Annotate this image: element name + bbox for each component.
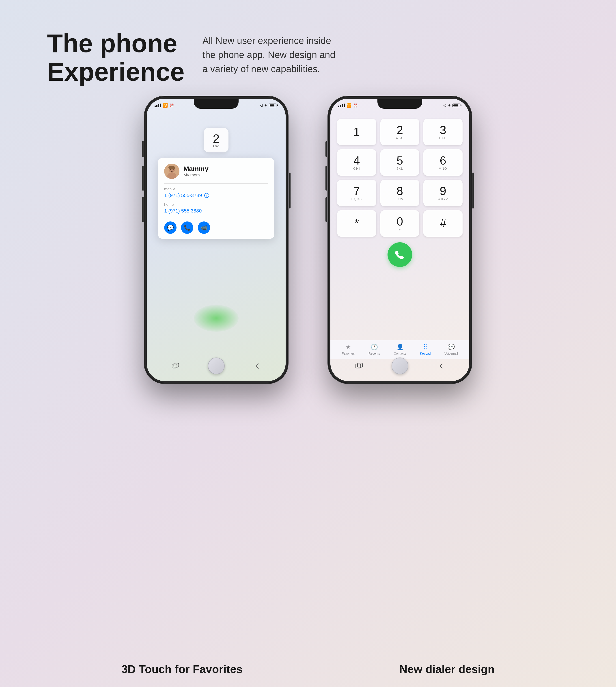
key-star[interactable]: * <box>337 210 376 237</box>
keypad-grid: 1 2 ABC 3 DFE 4 GHI <box>337 119 463 237</box>
svg-rect-8 <box>356 364 361 368</box>
key-number: 2 <box>213 132 220 145</box>
tab-favorites[interactable]: ★ Favorites <box>342 344 355 355</box>
back-button[interactable] <box>250 359 264 373</box>
mute-button-2 <box>326 141 327 157</box>
multitask-button[interactable] <box>169 359 182 373</box>
contacts-label: Contacts <box>394 352 406 355</box>
info-icon[interactable]: i <box>204 193 209 198</box>
key-9[interactable]: 9 WXYZ <box>423 180 463 206</box>
status-left-1: 🛜 ⏰ <box>155 103 174 108</box>
volume-down-button <box>142 197 144 222</box>
key-letters: ABC <box>213 145 220 148</box>
bluetooth-icon-2: ✦ <box>448 103 451 108</box>
voicemail-label: Voicemail <box>444 352 458 355</box>
svg-point-5 <box>169 166 175 169</box>
contact-card: Mammy My mom mobile 1 (971) 555-3789 i h… <box>158 158 274 239</box>
call-green-button[interactable] <box>388 242 412 267</box>
title-line1: The phone <box>47 29 177 58</box>
svg-rect-9 <box>357 363 362 367</box>
key-2[interactable]: 2 ABC <box>380 119 420 145</box>
green-glow <box>194 305 239 332</box>
contact-info: Mammy My mom <box>183 165 208 177</box>
signal-bar-1 <box>155 106 156 107</box>
call-button[interactable]: 📞 <box>181 221 193 234</box>
contact-name: Mammy <box>183 165 208 173</box>
keypad-icon: ⠿ <box>423 344 427 350</box>
key-1[interactable]: 1 <box>337 119 376 145</box>
power-button-2 <box>472 173 474 209</box>
key-7[interactable]: 7 PQRS <box>337 180 376 206</box>
location-icon-2: ◁ <box>443 103 446 108</box>
signal-icon <box>155 104 161 107</box>
caption-2: New dialer design <box>399 663 494 676</box>
header-section: The phone Experience All New user experi… <box>47 29 342 86</box>
home-label: home <box>164 202 268 207</box>
recents-icon: 🕐 <box>371 344 378 350</box>
signal-bar-4 <box>160 104 161 107</box>
home-button-2[interactable] <box>392 358 408 374</box>
tab-recents[interactable]: 🕐 Recents <box>369 344 380 355</box>
multitask-button-2[interactable] <box>352 359 366 373</box>
call-button-wrap <box>337 242 463 267</box>
message-button[interactable]: 💬 <box>164 221 177 234</box>
key-3[interactable]: 3 DFE <box>423 119 463 145</box>
message-icon: 💬 <box>167 224 174 231</box>
video-button[interactable]: 📹 <box>198 221 210 234</box>
phone-handset-icon <box>394 249 405 260</box>
wifi-icon: 🛜 <box>163 103 168 108</box>
contact-actions: 💬 📞 📹 <box>164 221 268 234</box>
contact-subtitle: My mom <box>183 173 208 177</box>
video-icon: 📹 <box>201 224 207 231</box>
phone-1-screen: 🛜 ⏰ 9:41 ◁ ✦ 2 ABC <box>147 99 286 381</box>
volume-down-button-2 <box>326 197 327 222</box>
phone-2-screen: 🛜 ⏰ 9:41 ◁ ✦ <box>330 99 469 381</box>
bluetooth-icon: ✦ <box>264 103 267 108</box>
phone-icon: 📞 <box>184 224 191 231</box>
signal-icon-2 <box>338 104 345 107</box>
back-button-2[interactable] <box>434 359 447 373</box>
title-line2: Experience <box>47 57 184 86</box>
notch-1 <box>194 99 239 109</box>
status-right-1: ◁ ✦ <box>260 103 278 108</box>
battery-icon <box>269 104 278 107</box>
avatar-image <box>164 164 179 179</box>
voicemail-icon: 💬 <box>447 344 455 350</box>
mute-button <box>142 141 144 157</box>
key-hash[interactable]: # <box>423 210 463 237</box>
svg-rect-6 <box>172 364 177 368</box>
alarm-icon-2: ⏰ <box>353 103 358 108</box>
signal-bar-3 <box>158 104 159 107</box>
power-button <box>289 173 290 209</box>
phone-2-frame: 🛜 ⏰ 9:41 ◁ ✦ <box>328 96 471 383</box>
key-8[interactable]: 8 TUV <box>380 180 420 206</box>
mobile-number[interactable]: 1 (971) 555-3789 i <box>164 193 268 198</box>
key-0[interactable]: 0 + <box>380 210 420 237</box>
captions-section: 3D Touch for Favorites New dialer design <box>0 663 616 676</box>
volume-up-button-2 <box>326 166 327 191</box>
dialer-key-2[interactable]: 2 ABC <box>204 128 228 152</box>
phone-1-frame: 🛜 ⏰ 9:41 ◁ ✦ 2 ABC <box>145 96 288 383</box>
key-5[interactable]: 5 JKL <box>380 149 420 176</box>
volume-up-button <box>142 166 144 191</box>
wifi-icon-2: 🛜 <box>347 103 351 108</box>
mobile-label: mobile <box>164 187 268 191</box>
tab-voicemail[interactable]: 💬 Voicemail <box>444 344 458 355</box>
tab-bar: ★ Favorites 🕐 Recents 👤 Contacts ⠿ Keypa… <box>330 340 469 359</box>
caption-1: 3D Touch for Favorites <box>122 663 243 676</box>
divider-2 <box>164 218 268 218</box>
tab-contacts[interactable]: 👤 Contacts <box>394 344 406 355</box>
home-number[interactable]: 1 (971) 555 3880 <box>164 208 268 214</box>
key-4[interactable]: 4 GHI <box>337 149 376 176</box>
key-6[interactable]: 6 MNO <box>423 149 463 176</box>
battery-icon-2 <box>453 104 461 107</box>
favorites-icon: ★ <box>346 344 351 350</box>
contact-header: Mammy My mom <box>164 164 268 179</box>
tab-keypad[interactable]: ⠿ Keypad <box>420 344 431 355</box>
bottom-bar-2 <box>330 358 469 374</box>
home-button[interactable] <box>208 358 225 374</box>
recents-label: Recents <box>369 352 380 355</box>
avatar <box>164 164 179 179</box>
svg-rect-7 <box>174 363 179 367</box>
page-title: The phone Experience <box>47 29 184 86</box>
